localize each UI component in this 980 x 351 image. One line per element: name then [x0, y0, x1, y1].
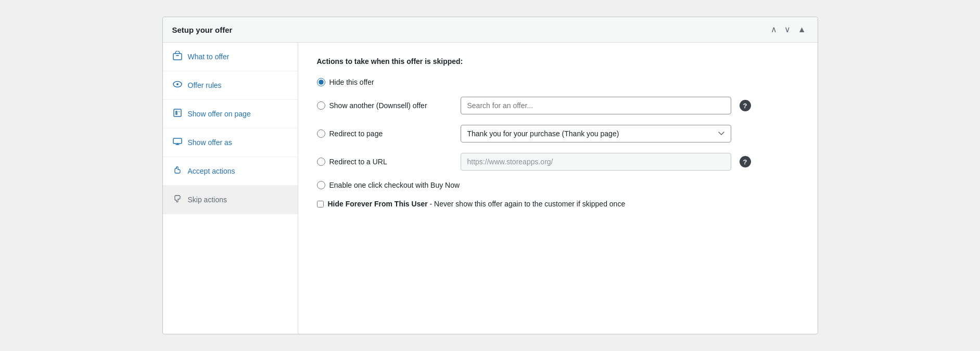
option-redirect-url-text: Redirect to a URL: [329, 158, 387, 166]
svg-rect-1: [176, 55, 179, 56]
option-row-redirect-page: Redirect to page Thank you for your purc…: [317, 125, 799, 142]
option-row-redirect-url: Redirect to a URL ?: [317, 153, 799, 171]
option-redirect-page-label[interactable]: Redirect to page: [317, 129, 452, 138]
collapse-icon[interactable]: ▲: [796, 24, 808, 35]
radio-hide-offer[interactable]: [317, 78, 325, 86]
help-icon-url[interactable]: ?: [740, 156, 751, 167]
svg-rect-6: [179, 111, 180, 112]
option-redirect-url-label[interactable]: Redirect to a URL: [317, 158, 452, 166]
chevron-down-icon[interactable]: ∨: [782, 24, 793, 35]
option-hide-label[interactable]: Hide this offer: [317, 78, 452, 86]
offer-rules-icon: [172, 80, 183, 91]
radio-redirect-url[interactable]: [317, 158, 325, 166]
sidebar-item-label-accept-actions: Accept actions: [188, 167, 235, 175]
svg-rect-5: [175, 111, 177, 115]
setup-panel: Setup your offer ∧ ∨ ▲ What to offerOffe…: [162, 17, 818, 334]
sidebar-item-show-offer-on-page[interactable]: Show offer on page: [163, 100, 298, 128]
option-row-show-another: Show another (Downsell) offer ?: [317, 97, 799, 114]
hide-forever-checkbox[interactable]: [317, 201, 324, 207]
sidebar-item-skip-actions[interactable]: Skip actions: [163, 186, 298, 214]
panel-header: Setup your offer ∧ ∨ ▲: [163, 17, 818, 43]
accept-actions-icon: [172, 165, 183, 177]
option-show-another-label[interactable]: Show another (Downsell) offer: [317, 101, 452, 110]
show-offer-on-page-icon: [172, 108, 183, 120]
sidebar-item-accept-actions[interactable]: Accept actions: [163, 157, 298, 186]
option-row-one-click: Enable one click checkout with Buy Now: [317, 181, 799, 189]
hide-forever-row: Hide Forever From This User - Never show…: [317, 200, 799, 208]
option-one-click-text: Enable one click checkout with Buy Now: [329, 181, 460, 189]
show-offer-as-icon: [172, 137, 183, 148]
sidebar-item-offer-rules[interactable]: Offer rules: [163, 71, 298, 100]
sidebar-item-show-offer-as[interactable]: Show offer as: [163, 128, 298, 157]
option-show-another-text: Show another (Downsell) offer: [329, 101, 427, 110]
sidebar-item-label-skip-actions: Skip actions: [188, 196, 227, 204]
option-one-click-label[interactable]: Enable one click checkout with Buy Now: [317, 181, 460, 189]
main-content: Actions to take when this offer is skipp…: [298, 43, 818, 334]
what-to-offer-icon: [172, 51, 183, 62]
sidebar-item-label-show-offer-on-page: Show offer on page: [188, 110, 251, 118]
radio-show-another[interactable]: [317, 101, 325, 110]
sidebar: What to offerOffer rulesShow offer on pa…: [163, 43, 298, 334]
header-controls: ∧ ∨ ▲: [769, 24, 808, 35]
page-select[interactable]: Thank you for your purchase (Thank you p…: [461, 125, 731, 142]
sidebar-item-what-to-offer[interactable]: What to offer: [163, 43, 298, 71]
url-input[interactable]: [461, 153, 731, 171]
option-hide-text: Hide this offer: [329, 78, 374, 86]
svg-point-3: [176, 83, 179, 85]
hide-forever-label: Hide Forever From This User - Never show…: [328, 200, 626, 208]
panel-body: What to offerOffer rulesShow offer on pa…: [163, 43, 818, 334]
option-redirect-page-text: Redirect to page: [329, 129, 383, 138]
section-title: Actions to take when this offer is skipp…: [317, 57, 799, 66]
radio-one-click[interactable]: [317, 181, 325, 189]
search-offer-input[interactable]: [461, 97, 731, 114]
option-row-hide: Hide this offer: [317, 78, 799, 86]
panel-title: Setup your offer: [172, 25, 233, 34]
hide-forever-rest: - Never show this offer again to the cus…: [428, 200, 626, 208]
radio-redirect-page[interactable]: [317, 129, 325, 138]
sidebar-item-label-show-offer-as: Show offer as: [188, 138, 232, 147]
svg-rect-7: [173, 138, 182, 144]
hide-forever-bold: Hide Forever From This User: [328, 200, 428, 208]
skip-actions-icon: [172, 194, 183, 205]
help-icon-search[interactable]: ?: [740, 100, 751, 111]
chevron-up-icon[interactable]: ∧: [769, 24, 779, 35]
sidebar-item-label-what-to-offer: What to offer: [188, 53, 230, 61]
svg-rect-0: [173, 54, 182, 60]
sidebar-item-label-offer-rules: Offer rules: [188, 81, 222, 89]
